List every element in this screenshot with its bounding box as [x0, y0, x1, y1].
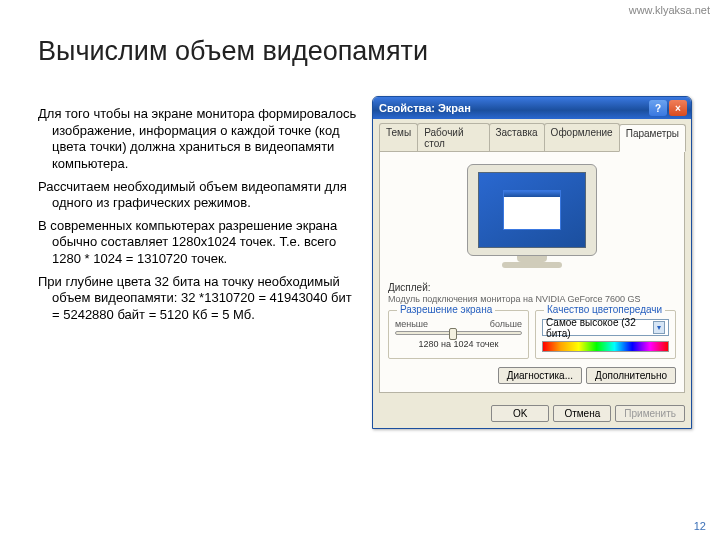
tab-desktop[interactable]: Рабочий стол [417, 123, 489, 151]
advanced-button[interactable]: Дополнительно [586, 367, 676, 384]
display-properties-dialog: Свойства: Экран ? × Темы Рабочий стол За… [372, 96, 692, 429]
page-number: 12 [694, 520, 706, 532]
resolution-less-label: меньше [395, 319, 428, 329]
resolution-slider[interactable] [395, 331, 522, 335]
tab-body: Дисплей: Модуль подключения монитора на … [379, 151, 685, 393]
paragraph: В современных компьютерах разрешение экр… [38, 218, 358, 268]
close-icon[interactable]: × [669, 100, 687, 116]
dialog-footer: OK Отмена Применить [373, 399, 691, 428]
color-quality-group-title: Качество цветопередачи [544, 304, 665, 315]
apply-button[interactable]: Применить [615, 405, 685, 422]
help-icon[interactable]: ? [649, 100, 667, 116]
display-label: Дисплей: [388, 282, 676, 293]
slider-thumb-icon[interactable] [449, 328, 457, 340]
color-preview [542, 341, 669, 352]
ok-button[interactable]: OK [491, 405, 549, 422]
resolution-value: 1280 на 1024 точек [395, 339, 522, 349]
chevron-down-icon[interactable]: ▾ [653, 321, 665, 334]
tab-appearance[interactable]: Оформление [544, 123, 620, 151]
slide-title: Вычислим объем видеопамяти [38, 36, 428, 67]
paragraph: Рассчитаем необходимый объем видеопамяти… [38, 179, 358, 212]
watermark: www.klyaksa.net [629, 4, 710, 16]
display-info: Модуль подключения монитора на NVIDIA Ge… [388, 294, 676, 304]
dialog-title: Свойства: Экран [379, 102, 471, 114]
color-quality-value: Самое высокое (32 бита) [546, 317, 653, 339]
resolution-group-title: Разрешение экрана [397, 304, 495, 315]
tab-settings[interactable]: Параметры [619, 124, 686, 152]
monitor-preview [457, 164, 607, 274]
tab-strip: Темы Рабочий стол Заставка Оформление Па… [373, 119, 691, 151]
titlebar[interactable]: Свойства: Экран ? × [373, 97, 691, 119]
cancel-button[interactable]: Отмена [553, 405, 611, 422]
body-text: Для того чтобы на экране монитора формир… [38, 106, 358, 330]
color-quality-combo[interactable]: Самое высокое (32 бита) ▾ [542, 319, 669, 336]
paragraph: Для того чтобы на экране монитора формир… [38, 106, 358, 173]
resolution-more-label: больше [490, 319, 522, 329]
paragraph: При глубине цвета 32 бита на точку необх… [38, 274, 358, 324]
diagnostics-button[interactable]: Диагностика... [498, 367, 582, 384]
resolution-group: Разрешение экрана меньше больше 1280 на … [388, 310, 529, 359]
color-quality-group: Качество цветопередачи Самое высокое (32… [535, 310, 676, 359]
tab-screensaver[interactable]: Заставка [489, 123, 545, 151]
tab-themes[interactable]: Темы [379, 123, 418, 151]
